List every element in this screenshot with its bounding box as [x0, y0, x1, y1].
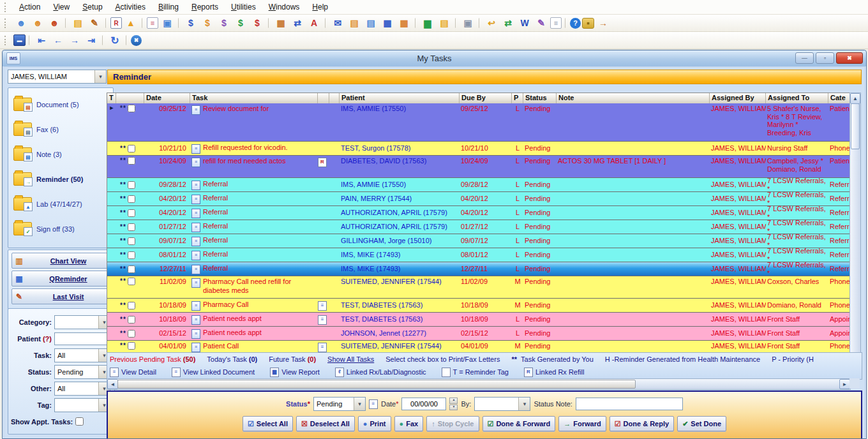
- word-export-icon[interactable]: W: [517, 17, 532, 29]
- task-note-icon[interactable]: [191, 158, 200, 167]
- menu-item[interactable]: Utilities: [225, 1, 262, 13]
- task-note-icon[interactable]: [191, 329, 200, 339]
- chevron-down-icon[interactable]: ▾: [94, 70, 106, 83]
- table-row[interactable]: ** 10/21/10 Refill requested for vicodin…: [107, 142, 850, 156]
- separator[interactable]: [126, 35, 128, 45]
- lab-flask-icon[interactable]: ▲: [123, 17, 138, 29]
- patient-balance-icon[interactable]: $: [216, 17, 232, 29]
- chevron-down-icon[interactable]: ▾: [518, 398, 530, 410]
- row-checkbox[interactable]: [128, 157, 135, 165]
- scroll-up-icon[interactable]: ▲: [850, 93, 860, 104]
- separator[interactable]: [178, 18, 180, 28]
- previous-record-icon[interactable]: ←: [50, 34, 66, 47]
- chevron-down-icon[interactable]: ▾: [354, 398, 365, 410]
- task-note-icon[interactable]: [191, 105, 200, 115]
- table-row[interactable]: ** 10/18/09 Patient needs appt TEST, DIA…: [107, 313, 850, 327]
- legend-action[interactable]: ≡ View Detail: [110, 368, 156, 377]
- sidebar-folder-item[interactable]: → Reminder (50): [13, 167, 113, 191]
- sidebar-button[interactable]: ▥ Chart View: [11, 253, 111, 269]
- show-appt-tasks-checkbox[interactable]: [75, 417, 84, 426]
- patient-check-orange-icon[interactable]: ☻: [30, 17, 45, 29]
- chart-report-icon[interactable]: ▆: [420, 17, 435, 29]
- column-header[interactable]: Status: [523, 93, 557, 104]
- row-checkbox[interactable]: [128, 209, 135, 217]
- charges-icon[interactable]: $: [183, 17, 198, 29]
- task-note-icon[interactable]: [191, 315, 200, 325]
- minimize-button[interactable]: —: [795, 52, 814, 64]
- horizontal-scrollbar[interactable]: ◄ ►: [107, 378, 851, 390]
- show-all-tasks-link[interactable]: Show All Tasks: [327, 355, 374, 363]
- patient-filter-input[interactable]: [54, 332, 113, 345]
- menu-item[interactable]: Billing: [152, 1, 185, 13]
- fax-machine-icon[interactable]: ▤: [347, 17, 362, 29]
- footer-action-button[interactable]: ● Print: [358, 416, 391, 431]
- linked-item-icon[interactable]: [318, 342, 329, 352]
- separator[interactable]: [325, 18, 327, 28]
- menu-item[interactable]: Activities: [109, 1, 152, 13]
- close-button[interactable]: ✖: [836, 52, 863, 64]
- row-checkbox[interactable]: [128, 181, 135, 189]
- close-window-icon[interactable]: ✖: [131, 35, 142, 46]
- separator[interactable]: [565, 18, 567, 28]
- linked-item-icon[interactable]: [318, 157, 329, 167]
- task-note-icon[interactable]: [191, 223, 200, 232]
- footer-action-button[interactable]: → Forward: [558, 416, 606, 431]
- footer-status-note-input[interactable]: [576, 398, 683, 410]
- table-row[interactable]: ** 10/24/09 refill for med needed actos …: [107, 156, 850, 178]
- task-note-icon[interactable]: [191, 251, 200, 260]
- column-header[interactable]: T: [107, 93, 116, 104]
- status-filter-select[interactable]: Pending▾: [54, 365, 110, 379]
- toolbar-grip[interactable]: [4, 36, 8, 45]
- spellcheck-icon[interactable]: A: [306, 17, 322, 29]
- table-row[interactable]: ► ** 09/25/12 Review document for IMS, A…: [107, 103, 850, 142]
- calendar-hand-icon[interactable]: ▦: [396, 17, 412, 29]
- next-record-icon[interactable]: →: [67, 34, 82, 47]
- separator[interactable]: [105, 18, 107, 28]
- calendar-icon[interactable]: ▦: [273, 17, 288, 29]
- patient-icon[interactable]: ☻: [13, 17, 29, 29]
- scroll-left-icon[interactable]: ◄: [107, 379, 118, 389]
- column-header[interactable]: Task: [190, 93, 318, 104]
- sidebar-folder-item[interactable]: ▤ Document (5): [13, 92, 113, 117]
- save-icon[interactable]: ▬: [13, 34, 26, 46]
- separator[interactable]: [455, 18, 457, 28]
- provider-select[interactable]: JAMES, WILLIAM ▾: [8, 70, 107, 84]
- payment-icon[interactable]: $: [200, 17, 215, 29]
- row-checkbox[interactable]: [128, 145, 135, 153]
- sidebar-folder-item[interactable]: ▲ Lab (47/14/27): [13, 191, 113, 216]
- task-note-icon[interactable]: [191, 195, 200, 204]
- footer-action-button[interactable]: ✔ Set Done: [677, 416, 726, 431]
- footer-date-input[interactable]: [401, 398, 446, 410]
- envelope-icon[interactable]: ✉: [330, 17, 345, 29]
- column-header[interactable]: Note: [557, 93, 710, 104]
- table-row[interactable]: ** 09/07/12 Referral GILLINGHAM, Jorge (…: [107, 234, 850, 248]
- row-checkbox[interactable]: [128, 342, 135, 350]
- row-checkbox[interactable]: [128, 302, 135, 309]
- spinner-up-icon[interactable]: ▲: [449, 398, 458, 404]
- clipboard-chart-icon[interactable]: ▣: [460, 17, 475, 29]
- row-checkbox[interactable]: [128, 316, 135, 324]
- table-row[interactable]: ** 12/27/11 Referral IMS, MIKE (17493) 1…: [107, 262, 850, 276]
- separator[interactable]: [415, 18, 417, 28]
- separator[interactable]: [479, 18, 481, 28]
- table-row[interactable]: ** 02/15/12 Patient needs appt JOHNSON, …: [107, 327, 850, 341]
- task-note-icon[interactable]: [191, 181, 200, 190]
- table-row[interactable]: ** 08/01/12 Referral IMS, MIKE (17493) 0…: [107, 248, 850, 262]
- legend-action[interactable]: ℓ Linked Rx/Lab/Diagnostic: [335, 368, 426, 377]
- sidebar-folder-item[interactable]: ▤ Note (3): [13, 142, 113, 167]
- column-header[interactable]: Cate: [828, 93, 850, 104]
- row-checkbox[interactable]: [128, 223, 135, 231]
- row-checkbox[interactable]: [128, 278, 135, 285]
- refresh-icon[interactable]: ↻: [107, 34, 123, 47]
- table-row[interactable]: ** 04/20/12 Referral AUTHORIZATION, APRI…: [107, 206, 850, 220]
- task-note-icon[interactable]: [191, 278, 200, 288]
- footer-action-button[interactable]: ☑ Done & Reply: [610, 416, 674, 431]
- category-select[interactable]: ▾: [54, 315, 110, 329]
- table-row[interactable]: ** 09/28/12 Referral IMS, AMMIE (17550) …: [107, 178, 850, 192]
- linked-item-icon[interactable]: [318, 315, 329, 325]
- table-row[interactable]: ** 10/18/09 Pharmacy Call TEST, DIABETES…: [107, 299, 850, 313]
- legend-action[interactable]: ≡ View Linked Document: [172, 368, 255, 377]
- menu-item[interactable]: Windows: [262, 1, 306, 13]
- scrollbar-thumb[interactable]: [117, 380, 636, 389]
- sidebar-folder-item[interactable]: ✓ Sign off (33): [13, 216, 113, 241]
